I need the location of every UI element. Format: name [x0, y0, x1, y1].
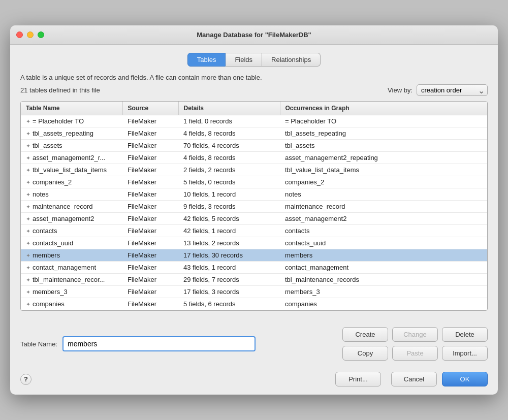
table-row[interactable]: ✦asset_management2FileMaker42 fields, 5 … [21, 213, 487, 225]
zoom-button[interactable] [38, 31, 44, 38]
drag-icon: ✦ [26, 216, 30, 222]
cell-name: ✦= Placeholder TO [21, 115, 122, 127]
cell-name: ✦asset_management2_r... [21, 152, 122, 164]
cell-details: 1 field, 0 records [178, 115, 280, 127]
cell-name: ✦contacts [21, 225, 122, 237]
info-row: 21 tables defined in this file View by: … [20, 84, 488, 96]
drag-icon: ✦ [26, 143, 30, 149]
window-title: Manage Database for "FileMakerDB" [197, 31, 311, 39]
cell-details: 70 fields, 4 records [178, 140, 280, 152]
table-row[interactable]: ✦tbl_assetsFileMaker70 fields, 4 records… [21, 140, 487, 152]
cell-details: 42 fields, 5 records [178, 213, 280, 225]
cell-name: ✦contact_management [21, 262, 122, 274]
description-text: A table is a unique set of records and f… [20, 74, 488, 81]
cell-occurrences: companies [280, 298, 487, 310]
help-button[interactable]: ? [20, 374, 31, 385]
drag-icon: ✦ [26, 179, 30, 185]
view-by-section: View by: creation order table name custo… [388, 84, 488, 96]
minimize-button[interactable] [27, 31, 34, 38]
change-button: Change [392, 327, 438, 342]
delete-button[interactable]: Delete [442, 327, 488, 342]
tab-bar: Tables Fields Relationships [20, 53, 488, 67]
cell-details: 9 fields, 3 records [178, 201, 280, 213]
col-header-occurrences: Occurrences in Graph [280, 102, 487, 115]
table-row[interactable]: ✦tbl_maintenance_recor...FileMaker29 fie… [21, 274, 487, 286]
table-row[interactable]: ✦tbl_assets_repeatingFileMaker4 fields, … [21, 127, 487, 140]
cell-details: 43 fields, 1 record [178, 262, 280, 274]
cell-details: 10 fields, 1 record [178, 188, 280, 201]
cell-source: FileMaker [122, 286, 178, 298]
cell-name: ✦members [21, 249, 122, 262]
cell-occurrences: notes [280, 188, 487, 201]
close-button[interactable] [16, 31, 23, 38]
cell-name: ✦tbl_value_list_data_items [21, 164, 122, 176]
footer-right: Print... Cancel OK [335, 372, 488, 386]
tab-tables[interactable]: Tables [187, 53, 226, 67]
cell-details: 17 fields, 3 records [178, 286, 280, 298]
table-row[interactable]: ✦= Placeholder TOFileMaker1 field, 0 rec… [21, 115, 487, 127]
drag-icon: ✦ [26, 167, 30, 173]
cell-source: FileMaker [122, 213, 178, 225]
tab-fields[interactable]: Fields [226, 53, 262, 67]
table-row[interactable]: ✦maintenance_recordFileMaker9 fields, 3 … [21, 201, 487, 213]
cell-details: 17 fields, 30 records [178, 249, 280, 262]
drag-icon: ✦ [26, 277, 30, 283]
cell-occurrences: members_3 [280, 286, 487, 298]
cell-source: FileMaker [122, 115, 178, 127]
copy-button[interactable]: Copy [342, 346, 388, 361]
ok-button[interactable]: OK [442, 372, 488, 386]
cell-occurrences: maintenance_record [280, 201, 487, 213]
window: Manage Database for "FileMakerDB" Tables… [10, 25, 498, 395]
table-scroll-area[interactable]: Table Name Source Details Occurrences in… [21, 102, 487, 310]
table-row[interactable]: ✦notesFileMaker10 fields, 1 recordnotes [21, 188, 487, 201]
table-count: 21 tables defined in this file [20, 86, 100, 94]
drag-icon: ✦ [26, 265, 30, 271]
table-row[interactable]: ✦tbl_value_list_data_itemsFileMaker2 fie… [21, 164, 487, 176]
table-name-label: Table Name: [20, 340, 57, 348]
drag-icon: ✦ [26, 289, 30, 295]
cell-source: FileMaker [122, 152, 178, 164]
print-button[interactable]: Print... [335, 372, 381, 386]
cell-name: ✦members_3 [21, 286, 122, 298]
cell-source: FileMaker [122, 176, 178, 188]
drag-icon: ✦ [26, 155, 30, 161]
table-row[interactable]: ✦contacts_uuidFileMaker13 fields, 2 reco… [21, 237, 487, 249]
cell-details: 5 fields, 0 records [178, 176, 280, 188]
tab-relationships[interactable]: Relationships [262, 53, 321, 67]
table-row[interactable]: ✦contact_managementFileMaker43 fields, 1… [21, 262, 487, 274]
cell-occurrences: companies_2 [280, 176, 487, 188]
table-row[interactable]: ✦companies_2FileMaker5 fields, 0 records… [21, 176, 487, 188]
cell-source: FileMaker [122, 188, 178, 201]
cell-source: FileMaker [122, 298, 178, 310]
table-row[interactable]: ✦companiesFileMaker5 fields, 6 recordsco… [21, 298, 487, 310]
drag-icon: ✦ [26, 191, 30, 198]
cell-source: FileMaker [122, 201, 178, 213]
import-button[interactable]: Import... [442, 346, 488, 361]
cell-name: ✦tbl_maintenance_recor... [21, 274, 122, 286]
data-table: Table Name Source Details Occurrences in… [21, 102, 487, 310]
cell-name: ✦tbl_assets [21, 140, 122, 152]
table-row[interactable]: ✦members_3FileMaker17 fields, 3 recordsm… [21, 286, 487, 298]
cell-name: ✦tbl_assets_repeating [21, 127, 122, 140]
cell-details: 4 fields, 8 records [178, 127, 280, 140]
cancel-button[interactable]: Cancel [391, 372, 437, 386]
table-row[interactable]: ✦membersFileMaker17 fields, 30 recordsme… [21, 249, 487, 262]
drag-icon: ✦ [26, 204, 30, 210]
table-body: ✦= Placeholder TOFileMaker1 field, 0 rec… [21, 115, 487, 310]
cell-details: 2 fields, 2 records [178, 164, 280, 176]
drag-icon: ✦ [26, 118, 30, 124]
view-by-select[interactable]: creation order table name custom order [417, 84, 488, 96]
col-header-name: Table Name [21, 102, 122, 115]
footer: ? Print... Cancel OK [10, 366, 498, 395]
cell-details: 4 fields, 8 records [178, 152, 280, 164]
cell-occurrences: tbl_assets_repeating [280, 127, 487, 140]
traffic-lights [16, 31, 44, 38]
table-name-input[interactable] [62, 336, 256, 351]
cell-name: ✦maintenance_record [21, 201, 122, 213]
create-button[interactable]: Create [342, 327, 388, 342]
cell-name: ✦asset_management2 [21, 213, 122, 225]
view-by-wrapper: creation order table name custom order ⌄ [417, 84, 488, 96]
table-row[interactable]: ✦asset_management2_r...FileMaker4 fields… [21, 152, 487, 164]
table-row[interactable]: ✦contactsFileMaker42 fields, 1 recordcon… [21, 225, 487, 237]
drag-icon: ✦ [26, 131, 30, 137]
